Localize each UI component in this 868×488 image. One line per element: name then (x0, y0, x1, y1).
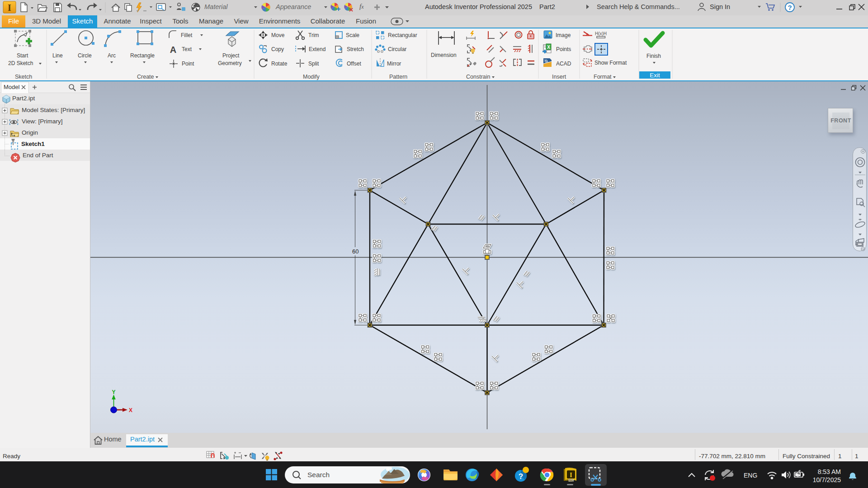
svg-text:8:53 AM: 8:53 AM (818, 468, 841, 475)
svg-text:I: I (8, 3, 11, 13)
svg-text:Search: Search (307, 471, 330, 479)
svg-text:?: ? (519, 472, 523, 481)
svg-text:?: ? (788, 4, 792, 11)
svg-text:60: 60 (352, 248, 359, 255)
svg-text:A: A (170, 45, 176, 55)
svg-text:X: X (129, 407, 132, 413)
svg-text:PRO: PRO (569, 479, 574, 482)
svg-text:I: I (570, 472, 572, 479)
svg-text:10/7/2025: 10/7/2025 (813, 476, 841, 483)
svg-text:Y: Y (112, 389, 116, 395)
svg-text:H(x)H: H(x)H (595, 31, 607, 36)
svg-text:X: X (547, 45, 550, 50)
svg-text:ENG: ENG (744, 472, 757, 479)
